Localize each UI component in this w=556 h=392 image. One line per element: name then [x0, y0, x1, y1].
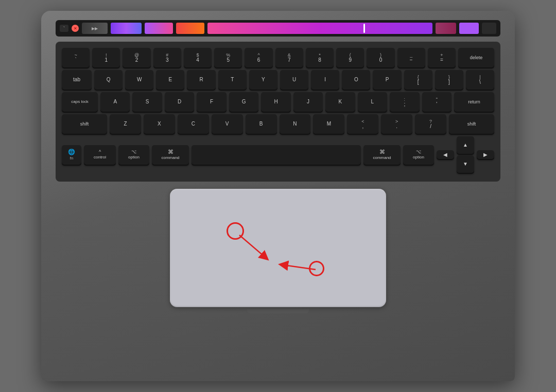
key-c[interactable]: C	[178, 114, 209, 134]
key-g[interactable]: G	[229, 92, 258, 112]
keyboard: ~` !1 @2 #3 $4 %5 ^6 &7 *8 (9 )0 _− += d…	[56, 42, 500, 182]
key-arrow-right[interactable]: ▶	[477, 150, 494, 159]
key-shift-right[interactable]: shift	[449, 114, 494, 134]
key-u[interactable]: U	[280, 70, 308, 90]
key-semicolon[interactable]: :;	[390, 92, 419, 112]
key-3[interactable]: #3	[153, 48, 181, 67]
key-arrow-up[interactable]: ▲	[457, 136, 474, 154]
key-i[interactable]: I	[311, 70, 339, 90]
trackpad[interactable]	[170, 189, 386, 307]
svg-line-0	[239, 235, 265, 257]
gesture-circle-start	[227, 222, 244, 240]
gesture-area	[170, 189, 386, 307]
key-2[interactable]: @2	[123, 48, 150, 67]
qwerty-row: tab Q W E R T Y U I O P {[ }] |\	[62, 70, 494, 90]
key-5[interactable]: %5	[214, 48, 242, 67]
key-command-right[interactable]: ⌘ command	[363, 145, 401, 165]
key-bracket-l[interactable]: {[	[404, 70, 432, 90]
key-n[interactable]: N	[280, 114, 311, 134]
tb-pink-strip	[436, 23, 456, 34]
key-space[interactable]	[192, 145, 361, 165]
key-minus[interactable]: _−	[397, 48, 425, 67]
key-f[interactable]: F	[197, 92, 226, 112]
key-d[interactable]: D	[165, 92, 194, 112]
tb-main-strip[interactable]	[207, 23, 432, 34]
key-option-right[interactable]: ⌥ option	[403, 145, 434, 165]
key-w[interactable]: W	[125, 70, 153, 90]
key-comma[interactable]: <,	[347, 114, 378, 134]
tb-color-strip-1	[111, 23, 142, 34]
key-period[interactable]: >.	[381, 114, 412, 134]
key-k[interactable]: K	[325, 92, 355, 112]
key-l[interactable]: L	[358, 92, 387, 112]
key-q[interactable]: Q	[94, 70, 123, 90]
key-z[interactable]: Z	[110, 114, 141, 134]
key-y[interactable]: Y	[249, 70, 277, 90]
key-caps-lock[interactable]: caps lock	[62, 92, 98, 112]
gesture-circle-end	[309, 261, 324, 276]
zxcv-row: shift Z X C V B N M <, >. ?/ shift	[62, 114, 494, 134]
key-4[interactable]: $4	[184, 48, 212, 67]
asdf-row: caps lock A S D F G H J K L :; "' return	[62, 92, 494, 112]
tb-media-control[interactable]: ▶▶	[82, 23, 108, 34]
key-j[interactable]: J	[293, 92, 323, 112]
key-1[interactable]: !1	[92, 48, 120, 67]
key-0[interactable]: )0	[367, 48, 394, 67]
key-fn[interactable]: 🌐 fn	[62, 145, 81, 165]
key-v[interactable]: V	[212, 114, 243, 134]
tb-slider-thumb	[363, 24, 365, 33]
gesture-arrows	[170, 189, 386, 307]
key-t[interactable]: T	[218, 70, 247, 90]
key-7[interactable]: &7	[275, 48, 303, 67]
esc-key[interactable]: `	[60, 25, 68, 32]
key-arrow-left[interactable]: ◀	[437, 150, 454, 159]
key-equals[interactable]: +=	[428, 48, 456, 67]
key-bracket-r[interactable]: }]	[435, 70, 463, 90]
key-9[interactable]: (9	[336, 48, 364, 67]
key-e[interactable]: E	[156, 70, 184, 90]
key-command-left[interactable]: ⌘ command	[152, 145, 189, 165]
key-p[interactable]: P	[373, 70, 401, 90]
key-o[interactable]: O	[342, 70, 370, 90]
trackpad-container	[56, 189, 500, 307]
tb-close-button[interactable]: ✕	[72, 25, 79, 32]
bottom-row: 🌐 fn ^ control ⌥ option ⌘ command ⌘ comm…	[62, 136, 494, 173]
tb-color-strip-2	[145, 23, 173, 34]
key-delete[interactable]: delete	[458, 48, 494, 67]
key-a[interactable]: A	[100, 92, 130, 112]
key-tab[interactable]: tab	[62, 70, 92, 90]
key-h[interactable]: H	[261, 92, 290, 112]
tb-purple-strip	[459, 23, 479, 34]
key-backtick[interactable]: ~`	[62, 48, 90, 67]
key-s[interactable]: S	[132, 92, 162, 112]
key-6[interactable]: ^6	[245, 48, 272, 67]
tb-right-button[interactable]	[482, 23, 496, 34]
number-row: ~` !1 @2 #3 $4 %5 ^6 &7 *8 (9 )0 _− += d…	[62, 48, 494, 67]
key-option-left[interactable]: ⌥ option	[118, 145, 149, 165]
arrow-updown-group: ▲ ▼	[457, 136, 474, 173]
key-r[interactable]: R	[187, 70, 215, 90]
key-8[interactable]: *8	[306, 48, 334, 67]
key-return[interactable]: return	[454, 92, 494, 112]
key-shift-left[interactable]: shift	[62, 114, 107, 134]
laptop-bottom-notch	[247, 309, 309, 313]
key-quote[interactable]: "'	[422, 92, 451, 112]
laptop-body: ` ✕ ▶▶ ~` !1 @2 #3 $4 %5 ^6 &7 *8 (9 )0 …	[41, 11, 515, 381]
key-control[interactable]: ^ control	[84, 145, 116, 165]
key-arrow-down[interactable]: ▼	[457, 155, 474, 173]
key-m[interactable]: M	[313, 114, 344, 134]
key-b[interactable]: B	[246, 114, 277, 134]
key-x[interactable]: X	[144, 114, 175, 134]
tb-red-strip	[176, 23, 204, 34]
touch-bar: ` ✕ ▶▶	[56, 20, 500, 37]
key-slash[interactable]: ?/	[415, 114, 446, 134]
key-backslash[interactable]: |\	[466, 70, 494, 90]
